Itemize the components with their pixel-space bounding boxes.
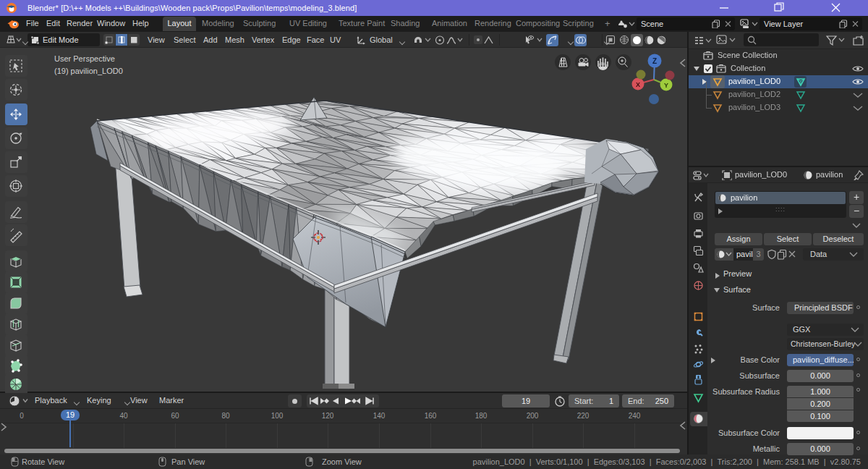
svg-text:Y: Y (664, 82, 668, 89)
svg-text:X: X (636, 81, 640, 88)
svg-text:Z: Z (652, 57, 657, 65)
